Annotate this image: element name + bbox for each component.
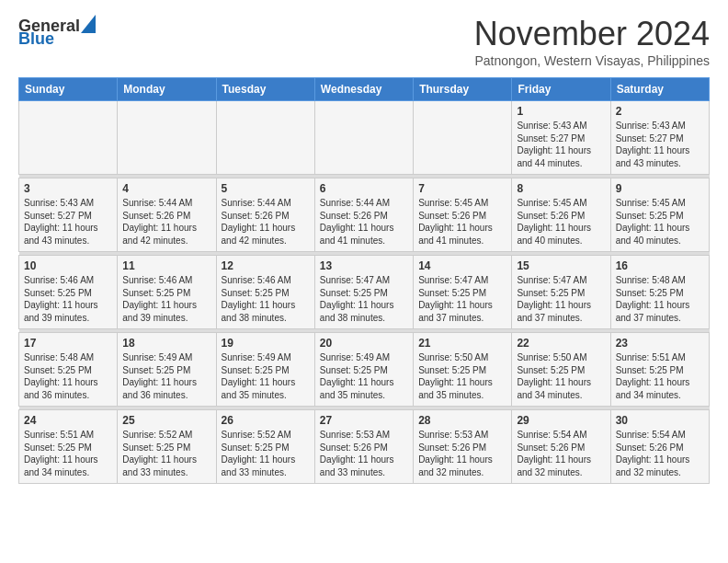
- calendar-cell: 23Sunrise: 5:51 AMSunset: 5:25 PMDayligh…: [610, 333, 709, 407]
- day-number: 5: [222, 182, 310, 195]
- page-container: General Blue November 2024 Patnongon, We…: [0, 0, 728, 493]
- day-info: Sunrise: 5:46 AMSunset: 5:25 PMDaylight:…: [24, 274, 112, 324]
- calendar-cell: 15Sunrise: 5:47 AMSunset: 5:25 PMDayligh…: [512, 256, 610, 329]
- calendar-cell: 26Sunrise: 5:52 AMSunset: 5:25 PMDayligh…: [216, 410, 314, 484]
- day-info: Sunrise: 5:49 AMSunset: 5:25 PMDaylight:…: [122, 351, 210, 401]
- day-info: Sunrise: 5:49 AMSunset: 5:25 PMDaylight:…: [222, 351, 310, 401]
- day-number: 28: [418, 414, 506, 427]
- day-info: Sunrise: 5:48 AMSunset: 5:25 PMDaylight:…: [24, 351, 112, 401]
- month-title: November 2024: [474, 15, 710, 53]
- day-number: 9: [616, 182, 704, 195]
- day-info: Sunrise: 5:54 AMSunset: 5:26 PMDaylight:…: [517, 429, 605, 478]
- weekday-header-thursday: Thursday: [414, 78, 512, 101]
- logo: General Blue: [18, 15, 96, 49]
- calendar-cell: 27Sunrise: 5:53 AMSunset: 5:26 PMDayligh…: [314, 410, 413, 484]
- day-info: Sunrise: 5:52 AMSunset: 5:25 PMDaylight:…: [222, 429, 310, 478]
- day-number: 10: [24, 259, 112, 272]
- day-number: 27: [320, 414, 408, 427]
- calendar-cell: 17Sunrise: 5:48 AMSunset: 5:25 PMDayligh…: [19, 333, 118, 407]
- day-info: Sunrise: 5:53 AMSunset: 5:26 PMDaylight:…: [320, 429, 408, 478]
- calendar-cell: 22Sunrise: 5:50 AMSunset: 5:25 PMDayligh…: [512, 333, 610, 407]
- calendar-cell: [118, 101, 216, 175]
- calendar-cell: 3Sunrise: 5:43 AMSunset: 5:27 PMDaylight…: [19, 178, 118, 252]
- day-number: 24: [24, 414, 112, 427]
- day-number: 8: [517, 182, 605, 195]
- day-number: 18: [122, 337, 210, 350]
- day-info: Sunrise: 5:51 AMSunset: 5:25 PMDaylight:…: [616, 351, 704, 401]
- weekday-header-wednesday: Wednesday: [314, 78, 413, 101]
- day-number: 17: [24, 337, 112, 350]
- day-info: Sunrise: 5:53 AMSunset: 5:26 PMDaylight:…: [418, 429, 506, 478]
- calendar-cell: 11Sunrise: 5:46 AMSunset: 5:25 PMDayligh…: [118, 256, 216, 329]
- day-number: 29: [517, 414, 605, 427]
- day-number: 7: [418, 182, 506, 195]
- weekday-header-saturday: Saturday: [610, 78, 709, 101]
- svg-marker-0: [81, 15, 96, 33]
- day-number: 4: [122, 182, 210, 195]
- weekday-header-tuesday: Tuesday: [216, 78, 314, 101]
- day-info: Sunrise: 5:50 AMSunset: 5:25 PMDaylight:…: [418, 351, 506, 401]
- day-number: 26: [222, 414, 310, 427]
- calendar-cell: [414, 101, 512, 175]
- day-info: Sunrise: 5:49 AMSunset: 5:25 PMDaylight:…: [320, 351, 408, 401]
- week-row-3: 10Sunrise: 5:46 AMSunset: 5:25 PMDayligh…: [19, 256, 710, 329]
- day-number: 14: [418, 259, 506, 272]
- calendar-cell: 18Sunrise: 5:49 AMSunset: 5:25 PMDayligh…: [118, 333, 216, 407]
- day-info: Sunrise: 5:50 AMSunset: 5:25 PMDaylight:…: [517, 351, 605, 401]
- day-number: 12: [222, 259, 310, 272]
- week-row-5: 24Sunrise: 5:51 AMSunset: 5:25 PMDayligh…: [19, 410, 710, 484]
- calendar-cell: 16Sunrise: 5:48 AMSunset: 5:25 PMDayligh…: [610, 256, 709, 329]
- day-number: 19: [222, 337, 310, 350]
- day-number: 2: [616, 105, 704, 118]
- day-number: 13: [320, 259, 408, 272]
- day-info: Sunrise: 5:45 AMSunset: 5:25 PMDaylight:…: [616, 197, 704, 247]
- calendar-cell: 10Sunrise: 5:46 AMSunset: 5:25 PMDayligh…: [19, 256, 118, 329]
- day-info: Sunrise: 5:44 AMSunset: 5:26 PMDaylight:…: [222, 197, 310, 247]
- logo-blue-text: Blue: [18, 29, 54, 48]
- calendar-cell: 25Sunrise: 5:52 AMSunset: 5:25 PMDayligh…: [118, 410, 216, 484]
- day-info: Sunrise: 5:51 AMSunset: 5:25 PMDaylight:…: [24, 429, 112, 478]
- calendar-cell: 20Sunrise: 5:49 AMSunset: 5:25 PMDayligh…: [314, 333, 413, 407]
- day-number: 6: [320, 182, 408, 195]
- calendar-cell: 14Sunrise: 5:47 AMSunset: 5:25 PMDayligh…: [414, 256, 512, 329]
- calendar-cell: 28Sunrise: 5:53 AMSunset: 5:26 PMDayligh…: [414, 410, 512, 484]
- day-info: Sunrise: 5:43 AMSunset: 5:27 PMDaylight:…: [24, 197, 112, 247]
- calendar-cell: 19Sunrise: 5:49 AMSunset: 5:25 PMDayligh…: [216, 333, 314, 407]
- day-number: 20: [320, 337, 408, 350]
- day-number: 15: [517, 259, 605, 272]
- day-number: 21: [418, 337, 506, 350]
- day-info: Sunrise: 5:48 AMSunset: 5:25 PMDaylight:…: [616, 274, 704, 324]
- day-info: Sunrise: 5:44 AMSunset: 5:26 PMDaylight:…: [320, 197, 408, 247]
- calendar-cell: 8Sunrise: 5:45 AMSunset: 5:26 PMDaylight…: [512, 178, 610, 252]
- weekday-header-friday: Friday: [512, 78, 610, 101]
- day-info: Sunrise: 5:46 AMSunset: 5:25 PMDaylight:…: [122, 274, 210, 324]
- day-info: Sunrise: 5:46 AMSunset: 5:25 PMDaylight:…: [222, 274, 310, 324]
- calendar-cell: [216, 101, 314, 175]
- day-info: Sunrise: 5:52 AMSunset: 5:25 PMDaylight:…: [122, 429, 210, 478]
- day-info: Sunrise: 5:43 AMSunset: 5:27 PMDaylight:…: [517, 120, 605, 169]
- header: General Blue November 2024 Patnongon, We…: [18, 15, 710, 68]
- calendar-cell: 12Sunrise: 5:46 AMSunset: 5:25 PMDayligh…: [216, 256, 314, 329]
- title-section: November 2024 Patnongon, Western Visayas…: [474, 15, 710, 68]
- calendar-table: SundayMondayTuesdayWednesdayThursdayFrid…: [18, 77, 710, 484]
- calendar-cell: 9Sunrise: 5:45 AMSunset: 5:25 PMDaylight…: [610, 178, 709, 252]
- day-info: Sunrise: 5:43 AMSunset: 5:27 PMDaylight:…: [616, 120, 704, 169]
- day-number: 16: [616, 259, 704, 272]
- day-number: 1: [517, 105, 605, 118]
- logo-triangle-icon: [81, 15, 96, 33]
- week-row-4: 17Sunrise: 5:48 AMSunset: 5:25 PMDayligh…: [19, 333, 710, 407]
- calendar-cell: 6Sunrise: 5:44 AMSunset: 5:26 PMDaylight…: [314, 178, 413, 252]
- day-number: 3: [24, 182, 112, 195]
- calendar-cell: 24Sunrise: 5:51 AMSunset: 5:25 PMDayligh…: [19, 410, 118, 484]
- calendar-cell: 13Sunrise: 5:47 AMSunset: 5:25 PMDayligh…: [314, 256, 413, 329]
- day-info: Sunrise: 5:47 AMSunset: 5:25 PMDaylight:…: [320, 274, 408, 324]
- week-row-1: 1Sunrise: 5:43 AMSunset: 5:27 PMDaylight…: [19, 101, 710, 175]
- calendar-cell: 7Sunrise: 5:45 AMSunset: 5:26 PMDaylight…: [414, 178, 512, 252]
- day-number: 11: [122, 259, 210, 272]
- day-number: 25: [122, 414, 210, 427]
- week-row-2: 3Sunrise: 5:43 AMSunset: 5:27 PMDaylight…: [19, 178, 710, 252]
- day-info: Sunrise: 5:47 AMSunset: 5:25 PMDaylight:…: [517, 274, 605, 324]
- day-info: Sunrise: 5:45 AMSunset: 5:26 PMDaylight:…: [517, 197, 605, 247]
- day-info: Sunrise: 5:45 AMSunset: 5:26 PMDaylight:…: [418, 197, 506, 247]
- calendar-cell: 5Sunrise: 5:44 AMSunset: 5:26 PMDaylight…: [216, 178, 314, 252]
